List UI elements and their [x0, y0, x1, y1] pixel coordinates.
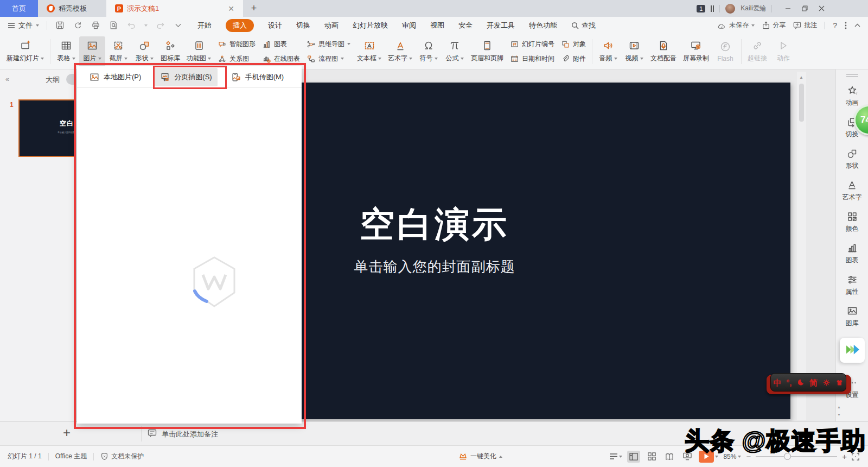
ribbon-button-smartart[interactable]: 智能图形 — [218, 38, 256, 50]
slide-sorter-button[interactable] — [645, 451, 658, 463]
search-button[interactable]: 查找 — [571, 21, 596, 30]
ribbon-button-slidenum[interactable]: 幻灯片编号 — [510, 38, 554, 50]
ribbon-button-shape[interactable]: 形状 — [131, 36, 157, 67]
sidebar-item-chart2[interactable]: 图表 — [846, 242, 859, 265]
more-button[interactable] — [173, 20, 183, 30]
menu-tab-3[interactable]: 设计 — [268, 21, 282, 30]
ribbon-button-textbox[interactable]: 文本框 — [354, 36, 385, 67]
ribbon-button-symbol[interactable]: 符号 — [416, 36, 442, 67]
slide-thumbnail[interactable]: 空白演示 单击输入您的封面副标题 — [18, 99, 75, 157]
ribbon-button-iconlib[interactable]: 图标库 — [157, 36, 183, 67]
ime-shirt-icon[interactable] — [835, 378, 844, 387]
beautify-button[interactable]: 一键美化 — [458, 446, 502, 467]
print-preview-button[interactable] — [108, 20, 119, 30]
sidebar-scroll-down-icon[interactable]: ▼ — [837, 413, 841, 416]
ribbon-button-screenrec[interactable]: 屏幕录制 — [680, 36, 712, 67]
tab-outline[interactable]: 大纲 — [46, 75, 60, 85]
protection-status[interactable]: 文档未保护 — [100, 452, 144, 461]
ime-key-中[interactable]: 中 — [773, 378, 781, 387]
ribbon-button-datetime[interactable]: 日期和时间 — [510, 53, 554, 65]
menu-tab-4[interactable]: 切换 — [296, 21, 310, 30]
menu-tab-9[interactable]: 安全 — [458, 21, 473, 30]
save-button[interactable] — [55, 20, 65, 30]
ribbon-button-funcpic[interactable]: 功能图 — [183, 36, 214, 67]
menu-tab-8[interactable]: 视图 — [430, 21, 444, 30]
panel-view-toggle[interactable] — [66, 74, 75, 85]
ribbon-button-picture[interactable]: 图片 — [79, 36, 105, 67]
ribbon-button-flash[interactable]: Flash — [712, 36, 738, 67]
ribbon-button-table[interactable]: 表格 — [53, 36, 79, 67]
scrollbar-thumb[interactable] — [799, 84, 804, 122]
ribbon-button-onlinechart[interactable]: 在线图表 — [262, 53, 300, 65]
ribbon-button-headerfooter[interactable]: 页眉和页脚 — [468, 36, 507, 67]
print-button[interactable] — [91, 20, 101, 30]
help-button[interactable]: ? — [833, 21, 837, 30]
minimize-button[interactable] — [785, 5, 791, 11]
undo-button[interactable] — [126, 20, 137, 30]
ribbon-button-video[interactable]: 视频 — [621, 36, 647, 67]
comment-button[interactable]: 批注 — [793, 21, 817, 30]
ribbon-button-mindmap[interactable]: 思维导图 — [307, 38, 350, 50]
ribbon-button-hyperlink[interactable]: 超链接 — [744, 36, 770, 67]
tab-docer[interactable]: 稻壳模板 — [38, 0, 106, 17]
collapse-panel-button[interactable]: « — [5, 75, 9, 83]
sidebar-drag-handle[interactable] — [846, 74, 858, 77]
sidebar-item-shape2[interactable]: 形状 — [846, 148, 859, 171]
redo-button[interactable] — [155, 20, 165, 30]
notes-toggle-button[interactable] — [609, 453, 622, 460]
menu-tab-10[interactable]: 开发工具 — [487, 21, 515, 30]
sidebar-scroll-up-icon[interactable]: ▲ — [837, 405, 841, 409]
menu-item-localpic[interactable]: 本地图片(P) — [84, 68, 146, 86]
restore-button[interactable] — [802, 5, 808, 11]
share-button[interactable]: 分享 — [762, 21, 786, 30]
sidebar-item-gallery[interactable]: 图库 — [846, 305, 859, 328]
menu-tab-1[interactable]: 开始 — [197, 21, 212, 30]
collapse-ribbon-button[interactable] — [854, 23, 860, 27]
menu-tab-11[interactable]: 特色功能 — [529, 21, 557, 30]
ime-key-°,[interactable]: °, — [786, 378, 792, 387]
plugin-app-button[interactable] — [840, 338, 865, 363]
ribbon-button-action[interactable]: 动作 — [770, 36, 796, 67]
user-name[interactable]: Kaili爱綸 — [741, 4, 766, 13]
menu-tab-2[interactable]: 插入 — [226, 19, 254, 32]
file-menu-button[interactable]: 文件 — [0, 21, 44, 30]
normal-view-button[interactable] — [627, 451, 640, 463]
ribbon-button-audio[interactable]: 音频 — [595, 36, 621, 67]
tab-document[interactable]: P演示文稿1✕ — [106, 0, 243, 17]
close-button[interactable] — [819, 5, 825, 11]
scroll-up-icon[interactable]: ▲ — [799, 75, 803, 80]
more-options-button[interactable] — [845, 22, 847, 29]
ribbon-button-flowchart[interactable]: 流程图 — [307, 53, 350, 65]
ribbon-button-chart[interactable]: 图表 — [262, 38, 300, 50]
menu-item-pagedpic[interactable]: 分页插图(S) — [154, 68, 217, 86]
ribbon-button-wordart[interactable]: 艺术字 — [385, 36, 416, 67]
save-status-button[interactable]: 未保存 — [717, 21, 755, 30]
user-avatar[interactable] — [725, 4, 735, 14]
ribbon-button-screenshot[interactable]: 截屏 — [105, 36, 131, 67]
ribbon-button-newslide[interactable]: 新建幻灯片 — [3, 36, 47, 67]
close-tab-icon[interactable]: ✕ — [228, 4, 234, 13]
theme-name[interactable]: Office 主题 — [55, 452, 87, 461]
vertical-scrollbar[interactable]: ▲ — [797, 72, 806, 420]
sidebar-item-anim[interactable]: 动画 — [846, 85, 859, 108]
menu-item-phonepic[interactable]: 手机传图(M) — [225, 68, 290, 86]
ime-key-简[interactable]: 简 — [809, 378, 818, 387]
update-count-badge[interactable]: 1 — [697, 5, 705, 12]
new-tab-button[interactable]: + — [243, 0, 265, 17]
ribbon-button-attach[interactable]: 附件 — [561, 53, 586, 65]
ribbon-button-docvoice[interactable]: 文档配音 — [647, 36, 680, 67]
sidebar-item-wordart2[interactable]: 艺术字 — [843, 179, 862, 202]
add-slide-button[interactable]: + — [63, 425, 71, 440]
sidebar-item-props[interactable]: 属性 — [846, 274, 859, 296]
ime-toolbar[interactable]: 中°,简 — [770, 373, 846, 392]
menu-tab-7[interactable]: 审阅 — [402, 21, 416, 30]
export-button[interactable] — [73, 20, 83, 30]
menu-tab-5[interactable]: 动画 — [324, 21, 339, 30]
tab-home[interactable]: 首页 — [0, 0, 38, 17]
reading-view-button[interactable] — [663, 451, 676, 463]
ime-moon-icon[interactable] — [796, 378, 805, 387]
sidebar-item-colors[interactable]: 颜色 — [846, 211, 859, 234]
ime-gear-icon[interactable] — [822, 378, 831, 387]
ribbon-button-relation[interactable]: 关系图 — [218, 53, 256, 65]
ribbon-button-object[interactable]: 对象 — [561, 38, 586, 50]
